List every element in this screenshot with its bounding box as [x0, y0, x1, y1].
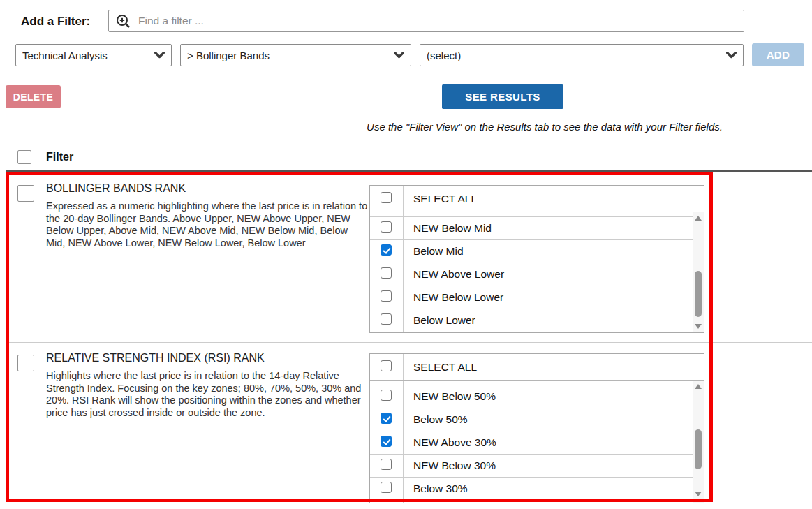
filter-view-hint: Use the "Filter View" on the Results tab… [300, 121, 789, 133]
chevron-down-icon [726, 52, 737, 59]
option-label: NEW Below 30% [413, 455, 496, 477]
option-row[interactable]: Below Lower [370, 309, 704, 332]
option-row[interactable]: Below Mid [370, 240, 704, 263]
options-scroll-area: NEW Below 50% Below 50% NEW Above 30% NE… [370, 381, 704, 503]
option-label: NEW Above 30% [413, 431, 496, 454]
category-select-value: Technical Analysis [22, 50, 108, 61]
option-row[interactable]: NEW Above Lower [370, 263, 704, 286]
option-label: NEW Below Mid [413, 217, 492, 239]
option-label: NEW Below Lower [413, 286, 503, 309]
rsi-options-listbox: SELECT ALL NEW Below 50% Below 50% NEW A… [369, 353, 704, 503]
option-checkbox[interactable] [381, 413, 392, 424]
subcategory-select[interactable]: > Bollinger Bands [180, 44, 411, 66]
chevron-down-icon [394, 52, 404, 59]
options-scroll-area: NEW Below Mid Below Mid NEW Above Lower … [370, 212, 704, 333]
bollinger-options-listbox: SELECT ALL NEW Below Mid Below Mid NEW A… [369, 185, 704, 333]
scroll-down-icon[interactable] [695, 492, 702, 496]
zoom-search-icon [115, 13, 132, 30]
filter-table-header: Filter [6, 145, 812, 172]
scrollbar-thumb[interactable] [695, 271, 702, 317]
filter-row-checkbox[interactable] [17, 355, 34, 371]
option-row[interactable]: NEW Below Lower [370, 286, 704, 309]
filter-row-rsi-rank: RELATIVE STRENGTH INDEX (RSI) RANK Highl… [6, 343, 812, 509]
option-label: Below Lower [413, 309, 475, 332]
add-button[interactable]: ADD [752, 43, 804, 66]
value-select-value: (select) [427, 50, 461, 61]
search-input[interactable] [108, 10, 744, 32]
select-all-checkbox[interactable] [381, 192, 392, 203]
clipped-row [370, 381, 704, 385]
scrollbar-thumb[interactable] [695, 429, 702, 469]
option-checkbox[interactable] [381, 313, 392, 325]
filter-screener-page: Add a Filter: Technical Analysis > Bolli… [0, 0, 812, 509]
delete-button[interactable]: DELETE [6, 85, 61, 108]
select-all-row[interactable]: SELECT ALL [370, 354, 704, 381]
option-label: NEW Above Lower [413, 263, 504, 286]
scroll-down-icon[interactable] [695, 324, 702, 329]
option-checkbox[interactable] [381, 436, 392, 447]
option-checkbox[interactable] [381, 267, 392, 279]
select-all-label: SELECT ALL [413, 354, 477, 380]
select-all-filters-checkbox[interactable] [17, 150, 31, 164]
option-row[interactable]: Below 50% [370, 408, 704, 431]
scroll-up-icon[interactable] [695, 216, 702, 221]
select-all-row[interactable]: SELECT ALL [370, 186, 704, 212]
clipped-row [370, 212, 704, 217]
see-results-button[interactable]: SEE RESULTS [442, 84, 563, 109]
filter-search [108, 10, 744, 32]
option-row[interactable]: NEW Below 50% [370, 385, 704, 408]
option-checkbox[interactable] [381, 221, 392, 233]
option-checkbox[interactable] [381, 459, 392, 470]
filter-row-description: Expressed as a numeric highlighting wher… [46, 200, 369, 249]
select-all-label: SELECT ALL [413, 186, 477, 212]
scrollbar[interactable] [693, 381, 704, 503]
option-checkbox[interactable] [381, 482, 392, 493]
option-label: Below 30% [413, 478, 468, 500]
option-label: NEW Below 50% [413, 385, 496, 408]
filter-row-bollinger-bands-rank: BOLLINGER BANDS RANK Expressed as a nume… [6, 172, 812, 343]
option-label: Below 50% [413, 408, 468, 431]
filter-table: Filter BOLLINGER BANDS RANK Expressed as… [6, 145, 812, 509]
option-row[interactable]: NEW Below Mid [370, 217, 704, 240]
option-row[interactable]: NEW Below 30% [370, 455, 704, 478]
option-row[interactable]: Below 30% [370, 478, 704, 501]
add-filter-label: Add a Filter: [21, 15, 90, 29]
clipped-row [370, 501, 704, 503]
value-select[interactable]: (select) [420, 44, 744, 66]
chevron-down-icon [154, 52, 165, 59]
option-label: Below Mid [413, 240, 464, 263]
select-all-checkbox[interactable] [381, 360, 392, 371]
option-checkbox[interactable] [381, 290, 392, 302]
filter-row-title: RELATIVE STRENGTH INDEX (RSI) RANK [46, 352, 265, 364]
option-checkbox[interactable] [381, 244, 392, 256]
subcategory-select-value: > Bollinger Bands [187, 50, 270, 61]
filter-row-checkbox[interactable] [17, 185, 34, 202]
filter-column-header: Filter [46, 151, 73, 163]
option-checkbox[interactable] [381, 390, 392, 401]
filter-row-description: Highlights where the last price is in re… [46, 370, 369, 419]
filter-row-title: BOLLINGER BANDS RANK [46, 182, 186, 195]
scroll-up-icon[interactable] [695, 384, 702, 389]
option-row[interactable]: NEW Above 30% [370, 431, 704, 455]
scrollbar[interactable] [693, 212, 704, 333]
category-select[interactable]: Technical Analysis [15, 44, 172, 66]
